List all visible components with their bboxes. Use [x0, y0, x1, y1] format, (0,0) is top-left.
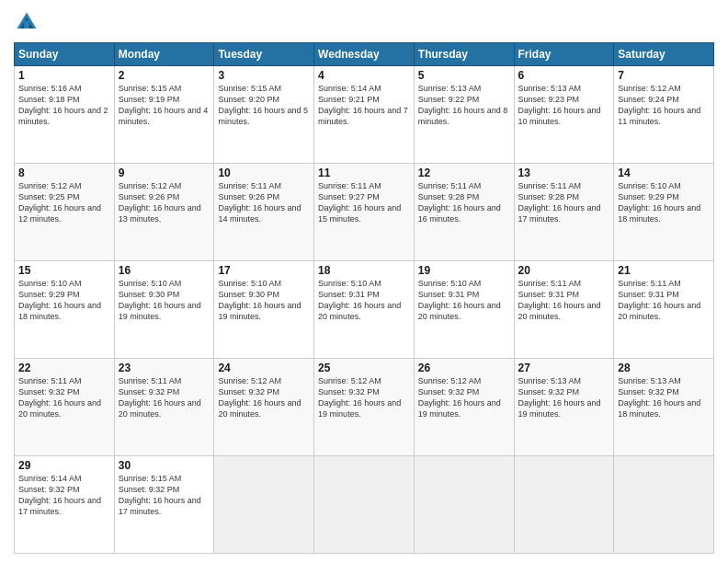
calendar-week-3: 15Sunrise: 5:10 AMSunset: 9:29 PMDayligh…: [15, 261, 714, 359]
calendar-day-4: 4Sunrise: 5:14 AMSunset: 9:21 PMDaylight…: [314, 66, 415, 164]
calendar-table: SundayMondayTuesdayWednesdayThursdayFrid…: [14, 42, 714, 554]
calendar-day-25: 25Sunrise: 5:12 AMSunset: 9:32 PMDayligh…: [314, 359, 415, 456]
calendar-day-12: 12Sunrise: 5:11 AMSunset: 9:28 PMDayligh…: [414, 164, 514, 261]
day-number: 6: [518, 69, 610, 82]
calendar-day-29: 29Sunrise: 5:14 AMSunset: 9:32 PMDayligh…: [15, 456, 115, 554]
calendar-day-20: 20Sunrise: 5:11 AMSunset: 9:31 PMDayligh…: [514, 261, 614, 359]
day-info: Sunrise: 5:14 AMSunset: 9:32 PMDaylight:…: [18, 473, 110, 518]
calendar-day-9: 9Sunrise: 5:12 AMSunset: 9:26 PMDaylight…: [114, 164, 214, 261]
page: SundayMondayTuesdayWednesdayThursdayFrid…: [0, 0, 728, 563]
calendar-day-8: 8Sunrise: 5:12 AMSunset: 9:25 PMDaylight…: [15, 164, 115, 261]
day-number: 8: [18, 167, 110, 179]
day-number: 21: [618, 264, 710, 277]
calendar-day-7: 7Sunrise: 5:12 AMSunset: 9:24 PMDaylight…: [614, 66, 714, 164]
day-number: 14: [618, 167, 710, 179]
calendar-day-27: 27Sunrise: 5:13 AMSunset: 9:32 PMDayligh…: [514, 359, 614, 456]
svg-rect-2: [24, 21, 29, 29]
calendar-day-3: 3Sunrise: 5:15 AMSunset: 9:20 PMDaylight…: [214, 66, 314, 164]
day-info: Sunrise: 5:11 AMSunset: 9:26 PMDaylight:…: [218, 180, 310, 225]
calendar-day-23: 23Sunrise: 5:11 AMSunset: 9:32 PMDayligh…: [114, 359, 214, 456]
day-number: 27: [518, 362, 610, 374]
day-number: 24: [218, 362, 310, 374]
calendar-day-30: 30Sunrise: 5:15 AMSunset: 9:32 PMDayligh…: [114, 456, 214, 554]
day-number: 18: [318, 264, 410, 277]
calendar-day-24: 24Sunrise: 5:12 AMSunset: 9:32 PMDayligh…: [214, 359, 314, 456]
calendar-day-14: 14Sunrise: 5:10 AMSunset: 9:29 PMDayligh…: [614, 164, 714, 261]
day-number: 10: [218, 167, 310, 179]
day-number: 22: [18, 362, 110, 374]
day-info: Sunrise: 5:12 AMSunset: 9:26 PMDaylight:…: [119, 180, 210, 225]
day-info: Sunrise: 5:14 AMSunset: 9:21 PMDaylight:…: [318, 83, 410, 128]
calendar-week-1: 1Sunrise: 5:16 AMSunset: 9:18 PMDaylight…: [15, 66, 714, 164]
calendar-header-row: SundayMondayTuesdayWednesdayThursdayFrid…: [15, 43, 714, 66]
calendar-empty-cell: [214, 456, 314, 554]
calendar-day-21: 21Sunrise: 5:11 AMSunset: 9:31 PMDayligh…: [614, 261, 714, 359]
day-info: Sunrise: 5:12 AMSunset: 9:32 PMDaylight:…: [418, 375, 510, 420]
day-number: 4: [318, 69, 410, 82]
day-info: Sunrise: 5:11 AMSunset: 9:27 PMDaylight:…: [318, 180, 410, 225]
day-number: 30: [119, 459, 210, 472]
calendar-day-2: 2Sunrise: 5:15 AMSunset: 9:19 PMDaylight…: [114, 66, 214, 164]
calendar-day-26: 26Sunrise: 5:12 AMSunset: 9:32 PMDayligh…: [414, 359, 514, 456]
day-number: 1: [18, 69, 110, 82]
day-info: Sunrise: 5:11 AMSunset: 9:32 PMDaylight:…: [119, 375, 210, 420]
day-info: Sunrise: 5:15 AMSunset: 9:20 PMDaylight:…: [218, 83, 310, 128]
calendar-empty-cell: [614, 456, 714, 554]
day-info: Sunrise: 5:10 AMSunset: 9:30 PMDaylight:…: [119, 278, 210, 323]
logo: [14, 9, 43, 35]
day-info: Sunrise: 5:12 AMSunset: 9:24 PMDaylight:…: [618, 83, 710, 128]
day-number: 9: [119, 167, 210, 179]
calendar-week-5: 29Sunrise: 5:14 AMSunset: 9:32 PMDayligh…: [15, 456, 714, 554]
calendar-week-2: 8Sunrise: 5:12 AMSunset: 9:25 PMDaylight…: [15, 164, 714, 261]
day-info: Sunrise: 5:11 AMSunset: 9:31 PMDaylight:…: [518, 278, 610, 323]
calendar-day-19: 19Sunrise: 5:10 AMSunset: 9:31 PMDayligh…: [414, 261, 514, 359]
day-info: Sunrise: 5:11 AMSunset: 9:28 PMDaylight:…: [418, 180, 510, 225]
day-info: Sunrise: 5:15 AMSunset: 9:32 PMDaylight:…: [119, 473, 210, 518]
calendar-day-6: 6Sunrise: 5:13 AMSunset: 9:23 PMDaylight…: [514, 66, 614, 164]
calendar-header-tuesday: Tuesday: [214, 43, 314, 66]
calendar-header-saturday: Saturday: [614, 43, 714, 66]
day-number: 7: [618, 69, 710, 82]
day-info: Sunrise: 5:12 AMSunset: 9:25 PMDaylight:…: [18, 180, 110, 225]
calendar-day-5: 5Sunrise: 5:13 AMSunset: 9:22 PMDaylight…: [414, 66, 514, 164]
day-info: Sunrise: 5:12 AMSunset: 9:32 PMDaylight:…: [318, 375, 410, 420]
calendar-header-sunday: Sunday: [15, 43, 115, 66]
logo-icon: [14, 9, 40, 35]
calendar-day-13: 13Sunrise: 5:11 AMSunset: 9:28 PMDayligh…: [514, 164, 614, 261]
day-number: 13: [518, 167, 610, 179]
calendar-day-1: 1Sunrise: 5:16 AMSunset: 9:18 PMDaylight…: [15, 66, 115, 164]
day-number: 19: [418, 264, 510, 277]
calendar-day-18: 18Sunrise: 5:10 AMSunset: 9:31 PMDayligh…: [314, 261, 415, 359]
day-number: 29: [18, 459, 110, 472]
calendar-day-16: 16Sunrise: 5:10 AMSunset: 9:30 PMDayligh…: [114, 261, 214, 359]
day-info: Sunrise: 5:12 AMSunset: 9:32 PMDaylight:…: [218, 375, 310, 420]
day-info: Sunrise: 5:13 AMSunset: 9:23 PMDaylight:…: [518, 83, 610, 128]
day-number: 11: [318, 167, 410, 179]
calendar-header-thursday: Thursday: [414, 43, 514, 66]
day-info: Sunrise: 5:10 AMSunset: 9:29 PMDaylight:…: [618, 180, 710, 225]
day-info: Sunrise: 5:10 AMSunset: 9:31 PMDaylight:…: [318, 278, 410, 323]
day-info: Sunrise: 5:13 AMSunset: 9:32 PMDaylight:…: [518, 375, 610, 420]
day-number: 3: [218, 69, 310, 82]
day-number: 20: [518, 264, 610, 277]
calendar-day-10: 10Sunrise: 5:11 AMSunset: 9:26 PMDayligh…: [214, 164, 314, 261]
day-number: 15: [18, 264, 110, 277]
day-info: Sunrise: 5:10 AMSunset: 9:31 PMDaylight:…: [418, 278, 510, 323]
calendar-empty-cell: [414, 456, 514, 554]
header: [14, 9, 714, 35]
calendar-empty-cell: [314, 456, 415, 554]
day-info: Sunrise: 5:11 AMSunset: 9:31 PMDaylight:…: [618, 278, 710, 323]
day-info: Sunrise: 5:10 AMSunset: 9:29 PMDaylight:…: [18, 278, 110, 323]
day-number: 28: [618, 362, 710, 374]
day-info: Sunrise: 5:16 AMSunset: 9:18 PMDaylight:…: [18, 83, 110, 128]
day-number: 2: [119, 69, 210, 82]
calendar-empty-cell: [514, 456, 614, 554]
day-info: Sunrise: 5:15 AMSunset: 9:19 PMDaylight:…: [119, 83, 210, 128]
calendar-day-17: 17Sunrise: 5:10 AMSunset: 9:30 PMDayligh…: [214, 261, 314, 359]
day-number: 23: [119, 362, 210, 374]
calendar-day-28: 28Sunrise: 5:13 AMSunset: 9:32 PMDayligh…: [614, 359, 714, 456]
day-info: Sunrise: 5:13 AMSunset: 9:22 PMDaylight:…: [418, 83, 510, 128]
calendar-day-11: 11Sunrise: 5:11 AMSunset: 9:27 PMDayligh…: [314, 164, 415, 261]
calendar-header-monday: Monday: [114, 43, 214, 66]
day-info: Sunrise: 5:13 AMSunset: 9:32 PMDaylight:…: [618, 375, 710, 420]
